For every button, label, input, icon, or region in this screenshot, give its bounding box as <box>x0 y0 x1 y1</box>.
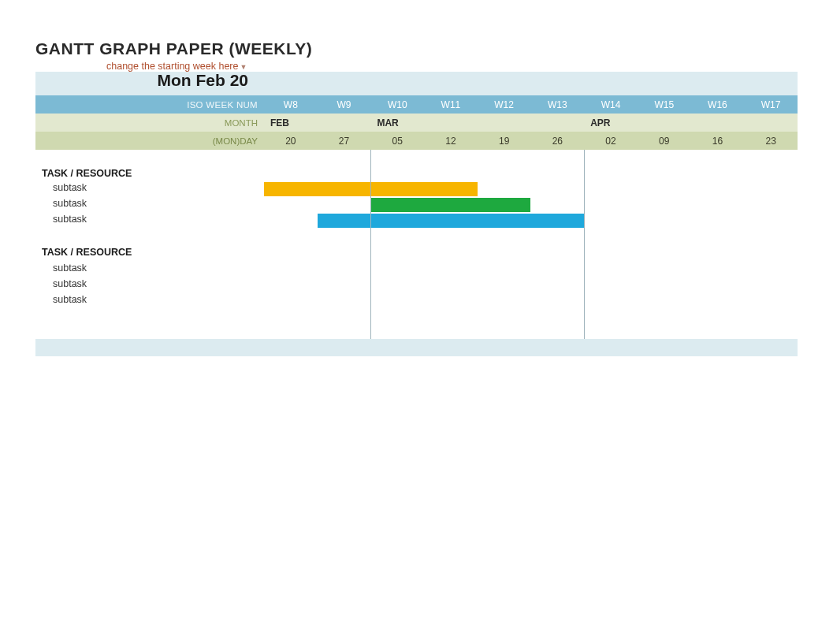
week-col: W8 <box>264 95 318 114</box>
chevron-down-icon: ▼ <box>240 63 247 71</box>
subtask-label: subtask <box>35 181 264 197</box>
start-date-cell[interactable]: Mon Feb 20 <box>35 72 264 95</box>
week-col: W16 <box>691 95 745 114</box>
start-date-band: Mon Feb 20 <box>35 72 798 95</box>
task-heading: TASK / RESOURCE <box>35 244 264 260</box>
day-col: 20 <box>264 132 318 150</box>
gantt-grid: Mon Feb 20 ISO WEEK NUM W8 W9 W10 W11 W1… <box>35 72 798 356</box>
month-col <box>691 114 745 132</box>
subtask-label: subtask <box>35 197 264 213</box>
task-row: subtask <box>35 197 798 213</box>
day-col: 09 <box>638 132 691 150</box>
footer-band <box>35 339 798 356</box>
month-col: APR <box>584 114 638 132</box>
gantt-sheet: GANTT GRAPH PAPER (WEEKLY) change the st… <box>0 0 833 356</box>
gantt-bar[interactable] <box>370 198 530 212</box>
start-week-hint: change the starting week here ▼ <box>106 61 247 72</box>
month-col: FEB <box>264 114 318 132</box>
month-col: MAR <box>370 114 424 132</box>
task-row: subtask <box>35 276 798 292</box>
day-row: (MON)DAY 20 27 05 12 19 26 02 09 16 23 <box>35 132 798 150</box>
month-col <box>318 114 371 132</box>
day-col: 23 <box>744 132 798 150</box>
week-col: W14 <box>584 95 638 114</box>
week-number-row: ISO WEEK NUM W8 W9 W10 W11 W12 W13 W14 W… <box>35 95 798 114</box>
task-row: subtask <box>35 292 798 307</box>
day-col: 26 <box>530 132 584 150</box>
task-row: subtask <box>35 260 798 276</box>
subtask-label: subtask <box>35 260 264 276</box>
week-col: W13 <box>530 95 584 114</box>
day-col: 16 <box>691 132 745 150</box>
month-col <box>638 114 691 132</box>
iso-week-label: ISO WEEK NUM <box>35 95 264 114</box>
month-row: MONTH FEB MAR APR <box>35 114 798 132</box>
month-col <box>478 114 531 132</box>
month-col <box>424 114 478 132</box>
day-col: 02 <box>584 132 638 150</box>
subtask-label: subtask <box>35 276 264 292</box>
week-col: W15 <box>638 95 691 114</box>
subtask-label: subtask <box>35 292 264 307</box>
task-heading-row: TASK / RESOURCE <box>35 244 798 260</box>
day-col: 12 <box>424 132 478 150</box>
week-col: W9 <box>318 95 371 114</box>
task-row: subtask <box>35 213 798 229</box>
day-label: (MON)DAY <box>35 132 264 150</box>
week-col: W11 <box>424 95 478 114</box>
week-col: W17 <box>744 95 798 114</box>
subtask-label: subtask <box>35 213 264 229</box>
day-col: 19 <box>478 132 531 150</box>
gantt-body: TASK / RESOURCE subtask subtask subtask <box>35 150 798 339</box>
task-heading: TASK / RESOURCE <box>35 166 264 181</box>
gantt-bar[interactable] <box>318 214 585 228</box>
task-heading-row: TASK / RESOURCE <box>35 166 798 181</box>
week-col: W10 <box>370 95 424 114</box>
month-label: MONTH <box>35 114 264 132</box>
day-col: 05 <box>370 132 424 150</box>
task-row: subtask <box>35 181 798 197</box>
hint-text: change the starting week here <box>106 61 238 72</box>
page-title: GANTT GRAPH PAPER (WEEKLY) <box>35 39 798 58</box>
day-col: 27 <box>318 132 371 150</box>
month-col <box>530 114 584 132</box>
month-col <box>744 114 798 132</box>
week-col: W12 <box>478 95 531 114</box>
gantt-bar[interactable] <box>264 182 478 196</box>
